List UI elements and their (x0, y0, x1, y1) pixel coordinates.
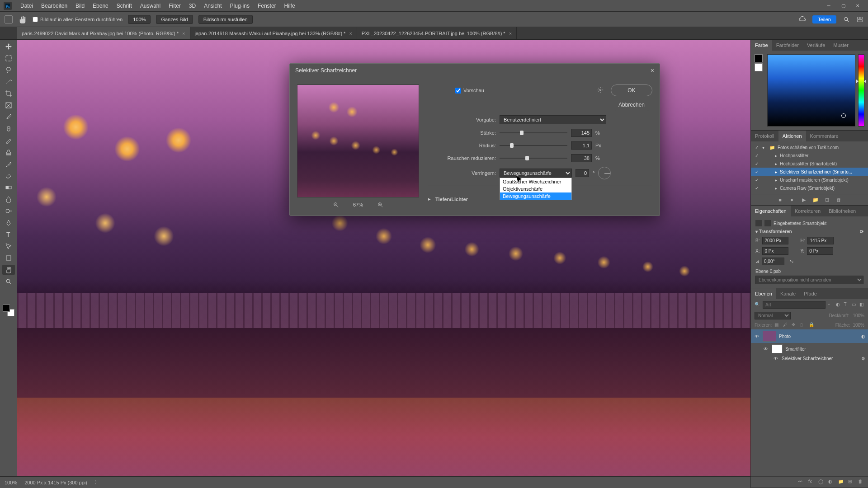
adjustment-icon[interactable]: ◐ (828, 479, 835, 485)
menu-fenster[interactable]: Fenster (254, 3, 280, 9)
zoom-tool-icon[interactable] (2, 277, 15, 286)
action-row-2[interactable]: ✓▸Selektiver Scharfzeichner (Smarto... (751, 168, 868, 176)
doc-tab-3[interactable]: PXL_20230422_122623454.PORTRAIT.jpg bei … (357, 27, 517, 39)
remove-option-lens[interactable]: Objektivunschärfe (500, 185, 571, 192)
width-input[interactable] (762, 237, 788, 244)
dialog-preview-image[interactable] (297, 84, 419, 197)
doc-tab-1-close-icon[interactable]: × (182, 31, 185, 36)
cloud-icon[interactable] (799, 16, 806, 23)
status-zoom[interactable]: 100% (5, 480, 17, 485)
filter-options-icon[interactable]: ⚙ (861, 356, 865, 361)
menu-hilfe[interactable]: Hilfe (280, 3, 299, 9)
dodge-tool-icon[interactable] (2, 206, 15, 216)
search-icon[interactable] (843, 16, 850, 23)
lock-trans-icon[interactable]: ▦ (774, 322, 780, 328)
action-set-row[interactable]: ✓ ▾ 📁 Fotos schärfen von TutKit.com (751, 143, 868, 151)
share-button[interactable]: Teilen (812, 15, 836, 23)
smartfilter-thumb[interactable] (772, 344, 783, 353)
new-layer-icon[interactable]: ⊞ (848, 479, 854, 485)
menu-filter[interactable]: Filter (165, 3, 185, 9)
fg-color[interactable] (3, 305, 10, 312)
fill-value[interactable]: 100% (853, 323, 864, 328)
menu-bild[interactable]: Bild (71, 3, 89, 9)
tab-eigenschaften[interactable]: Eigenschaften (751, 206, 791, 216)
tab-kanale[interactable]: Kanäle (776, 288, 800, 299)
angle-input-prop[interactable] (762, 258, 784, 265)
amount-slider[interactable] (500, 130, 567, 136)
layer-thumb[interactable] (763, 331, 776, 342)
color-swatches[interactable] (3, 305, 14, 316)
gradient-tool-icon[interactable] (2, 183, 15, 192)
menu-ebene[interactable]: Ebene (89, 3, 113, 9)
angle-dial[interactable] (598, 167, 611, 179)
smartfilter-visibility-icon[interactable]: 👁 (763, 347, 769, 352)
play-icon[interactable]: ▶ (801, 197, 807, 202)
wand-tool-icon[interactable] (2, 77, 15, 87)
layer-filter-entry[interactable]: 👁 Selektiver Scharfzeichner ⚙ (751, 355, 868, 362)
amount-input[interactable] (571, 129, 592, 137)
action-row-4[interactable]: ✓▸Camera Raw (Smartobjekt) (751, 184, 868, 192)
x-input[interactable] (762, 247, 788, 255)
folder-caret-icon[interactable]: ▾ (762, 145, 767, 150)
layer-smartfilter[interactable]: 👁 Smartfilter (751, 343, 868, 355)
new-action-icon[interactable]: ⊞ (825, 197, 830, 202)
transform-heading[interactable]: Transformieren (759, 229, 792, 234)
tab-aktionen[interactable]: Aktionen (778, 131, 806, 141)
edit-toolbar-icon[interactable]: ⋯ (2, 288, 15, 298)
blur-tool-icon[interactable] (2, 194, 15, 204)
zoom-out-icon[interactable] (332, 201, 340, 208)
tab-muster[interactable]: Muster (829, 40, 853, 51)
trash-icon[interactable]: 🗑 (836, 197, 842, 202)
stamp-tool-icon[interactable] (2, 147, 15, 157)
eraser-tool-icon[interactable] (2, 171, 15, 181)
opacity-value[interactable]: 100% (853, 313, 864, 318)
doc-tab-1[interactable]: paris-2499022 David Mark auf Pixabay.jpg… (17, 27, 190, 39)
filter-smart-icon[interactable]: ◧ (859, 302, 864, 308)
blend-mode-select[interactable]: Normal (755, 312, 791, 319)
menu-3d[interactable]: 3D (185, 3, 200, 9)
height-input[interactable] (807, 237, 834, 244)
tab-farbe[interactable]: Farbe (751, 40, 772, 51)
remove-option-gauss[interactable]: Gaußscher Weichzeichner (500, 178, 571, 185)
move-tool-icon[interactable] (2, 42, 15, 52)
tab-verlaufe[interactable]: Verläufe (803, 40, 829, 51)
dialog-titlebar[interactable]: Selektiver Scharfzeichner × (290, 64, 660, 77)
fill-screen-button[interactable]: Bildschirm ausfüllen (198, 15, 253, 24)
action-row-3[interactable]: ✓▸Unscharf maskieren (Smartobjekt) (751, 176, 868, 184)
shape-tool-icon[interactable] (2, 253, 15, 263)
filter-visibility-icon[interactable]: 👁 (773, 356, 779, 361)
filter-adj-icon[interactable]: ◐ (836, 302, 841, 308)
home-icon[interactable] (5, 15, 13, 23)
doc-tab-3-close-icon[interactable]: × (509, 31, 512, 36)
reset-icon[interactable]: ⟳ (860, 229, 863, 234)
flip-h-icon[interactable]: ⇋ (790, 259, 793, 264)
new-set-icon[interactable]: 📁 (813, 197, 818, 202)
heal-tool-icon[interactable] (2, 124, 15, 134)
tab-farbfelder[interactable]: Farbfelder (772, 40, 803, 51)
menu-datei[interactable]: Datei (16, 3, 37, 9)
lock-image-icon[interactable]: 🖌 (783, 322, 789, 328)
noise-input[interactable] (571, 154, 592, 162)
group-icon[interactable]: 📁 (838, 479, 844, 485)
filter-type-icon[interactable]: T (844, 302, 849, 308)
hand-tool-icon-2[interactable] (2, 265, 15, 275)
brush-tool-icon[interactable] (2, 136, 15, 145)
dialog-gear-icon[interactable] (597, 87, 604, 94)
tab-bibliotheken[interactable]: Bibliotheken (825, 206, 860, 216)
doc-tab-2[interactable]: japan-2014618 Masashi Wakui auf Pixabay.… (190, 27, 357, 39)
cancel-button[interactable]: Abbrechen (611, 99, 652, 111)
tab-protokoll[interactable]: Protokoll (751, 131, 778, 141)
zoom-in-icon[interactable] (377, 201, 384, 208)
action-row-1[interactable]: ✓▸Hochpassfilter (Smartobjekt) (751, 160, 868, 168)
menu-auswahl[interactable]: Auswahl (136, 3, 165, 9)
type-tool-icon[interactable]: T (2, 230, 15, 239)
angle-input[interactable] (576, 169, 589, 177)
restore-icon[interactable]: ▢ (836, 1, 850, 10)
layer-photo[interactable]: 👁 Photo ◐ (751, 329, 868, 343)
tab-kommentare[interactable]: Kommentare (806, 131, 843, 141)
remove-option-motion[interactable]: Bewegungsunschärfe (500, 192, 571, 200)
close-window-icon[interactable]: ✕ (851, 1, 864, 10)
color-field[interactable] (767, 54, 855, 127)
preset-select[interactable]: Benutzerdefiniert (500, 115, 606, 124)
radius-input[interactable] (571, 141, 592, 150)
